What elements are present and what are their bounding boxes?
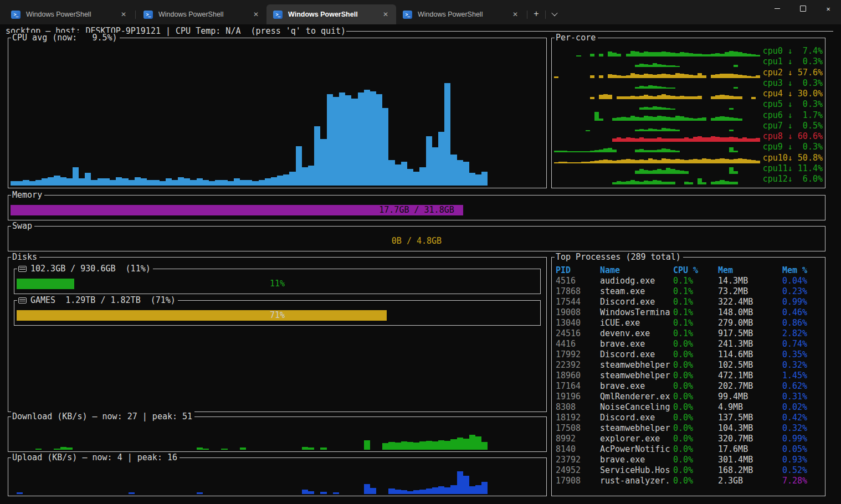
per-core-panel: Per-core cpu0 ↓ 7.4%cpu1 ↓ 0.3%cpu2 ↓ 57… <box>551 38 825 188</box>
table-row: 4516audiodg.exe0.1%14.3MB0.04% <box>556 276 822 286</box>
cell-mem: 2.3GB <box>718 476 782 486</box>
cell-pid: 8992 <box>556 434 600 444</box>
cell-cpu: 0.0% <box>673 444 718 455</box>
tab-close-button[interactable]: ✕ <box>117 8 130 20</box>
core-label: cpu7 ↓ 0.5% <box>761 121 823 131</box>
tab-windows-powershell[interactable]: >_Windows PowerShell✕ <box>266 4 396 24</box>
terminal-window: >_Windows PowerShell✕>_Windows PowerShel… <box>0 0 841 504</box>
disk-c-gauge: 11% <box>17 279 538 289</box>
cell-name: Discord.exe <box>600 297 673 307</box>
window-titlebar: >_Windows PowerShell✕>_Windows PowerShel… <box>0 0 841 24</box>
core-sparkline <box>554 100 761 110</box>
tab-separator <box>545 11 546 19</box>
close-button[interactable]: ✕ <box>816 0 841 17</box>
table-row: 22392steamwebhelper0.0%102.5MB0.32% <box>556 360 822 371</box>
cell-name: brave.exe <box>600 455 673 465</box>
tab-windows-powershell[interactable]: >_Windows PowerShell✕ <box>4 4 134 24</box>
cell-mem: 279.0MB <box>718 318 782 328</box>
tab-strip: >_Windows PowerShell✕>_Windows PowerShel… <box>4 0 526 24</box>
cell-mem: 73.2MB <box>718 286 782 297</box>
table-row: 18960steamwebhelper0.0%472.1MB1.45% <box>556 371 822 381</box>
core-sparkline <box>554 111 761 121</box>
cell-mem: 322.4MB <box>718 297 782 307</box>
tab-windows-powershell[interactable]: >_Windows PowerShell✕ <box>137 4 266 24</box>
core-label: cpu0 ↓ 7.4% <box>761 46 823 56</box>
disk-games-gauge: 71% <box>17 310 538 321</box>
core-row: cpu3 ↓ 0.3% <box>554 78 823 89</box>
cell-cpu: 0.1% <box>673 318 718 328</box>
core-label: cpu2 ↓ 57.6% <box>761 68 823 78</box>
upload-panel: Upload (KB/s) — now: 4 | peak: 16 <box>8 457 547 496</box>
core-row: cpu0 ↓ 7.4% <box>554 46 823 56</box>
swap-gauge: 0B / 4.8GB <box>11 236 823 246</box>
core-row: cpu8 ↓ 60.6% <box>554 131 823 142</box>
cell-name: ServiceHub.Hos <box>600 465 673 476</box>
disk-games-panel-title: GAMES 1.29TB / 1.82TB (71%) <box>17 295 178 306</box>
cell-mem-pct: 0.99% <box>782 434 822 444</box>
maximize-button[interactable] <box>790 0 816 17</box>
table-row: 18192Discord.exe0.0%137.5MB0.42% <box>556 413 822 423</box>
cell-cpu: 0.1% <box>673 328 718 339</box>
cell-pid: 18192 <box>556 413 600 423</box>
cell-mem: 14.3MB <box>718 276 782 286</box>
core-label: cpu10↓ 50.8% <box>761 153 823 163</box>
disk-c-title-text: 102.3GB / 930.6GB (11%) <box>30 264 151 274</box>
tab-label: Windows PowerShell <box>288 11 380 18</box>
table-row: 8140AcPowerNotific0.0%17.6MB0.05% <box>556 444 822 455</box>
core-label: cpu12↓ 6.0% <box>761 174 823 184</box>
core-row: cpu7 ↓ 0.5% <box>554 121 823 131</box>
window-controls: ✕ <box>765 0 841 24</box>
cell-name: steam.exe <box>600 286 673 297</box>
cell-cpu: 0.0% <box>673 381 718 392</box>
disk-games-title-text: GAMES 1.29TB / 1.82TB (71%) <box>30 295 176 306</box>
disk-icon <box>18 266 27 272</box>
core-label: cpu5 ↓ 0.3% <box>761 99 823 110</box>
per-core-rows: cpu0 ↓ 7.4%cpu1 ↓ 0.3%cpu2 ↓ 57.6%cpu3 ↓… <box>554 46 823 184</box>
tab-close-button[interactable]: ✕ <box>509 8 521 20</box>
tab-close-button[interactable]: ✕ <box>250 8 262 20</box>
tab-dropdown-button[interactable] <box>547 6 562 22</box>
disk-c-panel-title: 102.3GB / 930.6GB (11%) <box>17 264 153 274</box>
core-label: cpu3 ↓ 0.3% <box>761 78 823 89</box>
cell-pid: 24952 <box>556 465 600 476</box>
swap-gauge-label: 0B / 4.8GB <box>11 236 823 246</box>
cell-mem-pct: 2.82% <box>782 328 822 339</box>
tab-windows-powershell[interactable]: >_Windows PowerShell✕ <box>396 4 526 24</box>
terminal-screen[interactable]: socktop — host: DESKTOP-9P19121 | CPU Te… <box>0 24 841 504</box>
cell-cpu: 0.0% <box>673 339 718 349</box>
disk-icon <box>18 297 27 304</box>
cell-pid: 17544 <box>556 297 600 307</box>
cell-name: iCUE.exe <box>600 318 673 328</box>
cell-mem: 99.4MB <box>718 392 782 402</box>
cell-mem-pct: 7.28% <box>782 476 822 486</box>
minimize-button[interactable] <box>765 0 790 17</box>
cell-mem-pct: 0.86% <box>782 318 822 328</box>
table-row: 19008WindowsTermina0.1%148.0MB0.46% <box>556 307 822 318</box>
cell-mem-pct: 1.45% <box>782 371 822 381</box>
core-label: cpu8 ↓ 60.6% <box>761 131 823 142</box>
powershell-icon: >_ <box>11 11 20 19</box>
upload-panel-title: Upload (KB/s) — now: 4 | peak: 16 <box>11 452 180 463</box>
minimize-icon <box>775 8 780 9</box>
cell-pid: 17992 <box>556 349 600 360</box>
table-row: 17868steam.exe0.1%73.2MB0.23% <box>556 286 822 297</box>
core-row: cpu12↓ 6.0% <box>554 174 823 184</box>
cell-name: NoiseCanceling <box>600 402 673 413</box>
cell-pid: 4416 <box>556 339 600 349</box>
memory-panel-title: Memory <box>11 190 44 200</box>
cell-pid: 8308 <box>556 402 600 413</box>
core-sparkline <box>554 164 761 174</box>
core-sparkline <box>554 79 761 89</box>
tab-close-button[interactable]: ✕ <box>380 8 392 20</box>
cpu-history-chart <box>11 45 544 186</box>
cell-pid: 17508 <box>556 423 600 434</box>
core-row: cpu11↓ 11.4% <box>554 163 823 174</box>
new-tab-button[interactable]: + <box>529 6 544 22</box>
tab-separator <box>527 11 527 19</box>
cell-cpu: 0.0% <box>673 392 718 402</box>
table-row: 17508steamwebhelper0.0%104.3MB0.32% <box>556 423 822 434</box>
cell-mem: 320.7MB <box>718 434 782 444</box>
table-row: 8308NoiseCanceling0.0%4.9MB0.02% <box>556 402 822 413</box>
upload-history-chart <box>11 464 544 494</box>
cell-mem-pct: 0.04% <box>782 276 822 286</box>
